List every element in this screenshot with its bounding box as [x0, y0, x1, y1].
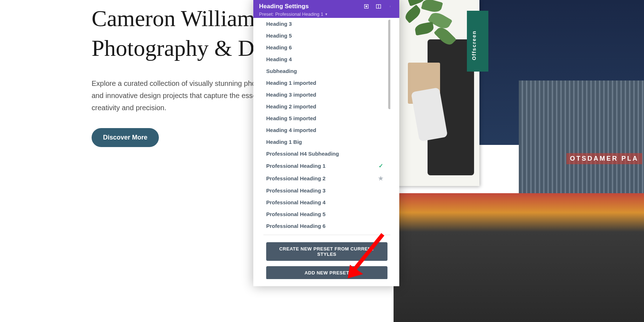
preset-item-label: Professional Heading 2 [266, 175, 326, 181]
preset-item-label: Professional Heading 1 [266, 163, 326, 169]
preset-list: Heading 3Heading 5Heading 6Heading 4Subh… [263, 18, 390, 232]
preset-item[interactable]: Professional Heading 5 [263, 208, 390, 220]
svg-point-4 [390, 6, 390, 6]
preset-item[interactable]: Heading 4 imported [263, 124, 390, 136]
check-icon: ✓ [379, 162, 383, 169]
preset-item[interactable]: Professional H4 Subheading [263, 148, 390, 160]
panel-title: Heading Settings [259, 3, 328, 10]
book-spine-text: Offscreen [471, 30, 477, 60]
preset-item[interactable]: Heading 3 [263, 18, 390, 30]
preset-item-label: Subheading [266, 68, 297, 74]
scrollbar[interactable] [388, 20, 390, 109]
preset-item[interactable]: Heading 6 [263, 42, 390, 53]
preset-item[interactable]: Heading 1 Big [263, 136, 390, 148]
preset-item-label: Professional Heading 6 [266, 223, 326, 229]
preset-item-label: Professional Heading 3 [266, 187, 326, 194]
preset-item-label: Heading 3 imported [266, 92, 316, 98]
preset-dropdown-trigger[interactable]: Preset: Professional Heading 1 ▼ [259, 11, 328, 17]
sign-text: OTSDAMER PLA [566, 153, 642, 164]
discover-more-button[interactable]: Discover More [92, 128, 159, 147]
preset-item-label: Heading 1 Big [266, 139, 302, 145]
preset-item[interactable]: Professional Heading 4 [263, 196, 390, 208]
preset-item-label: Professional H4 Subheading [266, 151, 339, 157]
preset-item-label: Heading 3 [266, 21, 292, 27]
preset-item[interactable]: Heading 1 imported [263, 77, 390, 89]
preset-item[interactable]: Heading 2 imported [263, 101, 390, 112]
preset-item-label: Heading 2 imported [266, 103, 316, 109]
preset-dropdown: Heading 3Heading 5Heading 6Heading 4Subh… [263, 18, 390, 279]
panel-header: Heading Settings Preset: Professional He… [253, 0, 399, 18]
divider [263, 235, 390, 235]
create-preset-from-styles-button[interactable]: CREATE NEW PRESET FROM CURRENT STYLES [266, 242, 387, 261]
preset-item-label: Professional Heading 5 [266, 211, 326, 217]
preset-item[interactable]: Heading 3 imported [263, 89, 390, 101]
preset-item-label: Heading 1 imported [266, 80, 316, 86]
preset-item-label: Heading 5 [266, 33, 292, 39]
preset-item-label: Heading 4 imported [266, 127, 316, 133]
preset-item[interactable]: Professional Heading 3 [263, 185, 390, 196]
preset-item-label: Heading 5 imported [266, 115, 316, 121]
svg-point-1 [366, 6, 367, 7]
preset-item[interactable]: Heading 5 [263, 30, 390, 42]
add-new-preset-button[interactable]: ADD NEW PRESET [266, 266, 387, 279]
expand-icon[interactable] [364, 4, 369, 9]
preset-item[interactable]: Heading 4 [263, 53, 390, 65]
preset-current-name: Professional Heading 1 [275, 11, 323, 17]
preset-item[interactable]: Professional Heading 6 [263, 220, 390, 232]
preset-item-label: Heading 4 [266, 56, 292, 62]
svg-point-6 [390, 7, 390, 7]
more-options-icon[interactable] [388, 4, 394, 9]
svg-point-5 [390, 6, 390, 7]
preset-prefix: Preset: [259, 11, 274, 17]
chevron-down-icon: ▼ [325, 13, 328, 16]
preset-item[interactable]: Professional Heading 2★ [263, 172, 390, 185]
preset-item[interactable]: Heading 5 imported [263, 112, 390, 124]
layout-icon[interactable] [376, 4, 381, 9]
preset-item-label: Professional Heading 4 [266, 199, 326, 205]
star-icon: ★ [378, 175, 383, 182]
preset-item-label: Heading 6 [266, 44, 292, 50]
hero-image: OTSDAMER PLA Offscreen [394, 0, 644, 322]
preset-item[interactable]: Professional Heading 1✓ [263, 160, 390, 172]
heading-settings-panel: Heading Settings Preset: Professional He… [253, 0, 399, 286]
preset-item[interactable]: Subheading [263, 65, 390, 77]
